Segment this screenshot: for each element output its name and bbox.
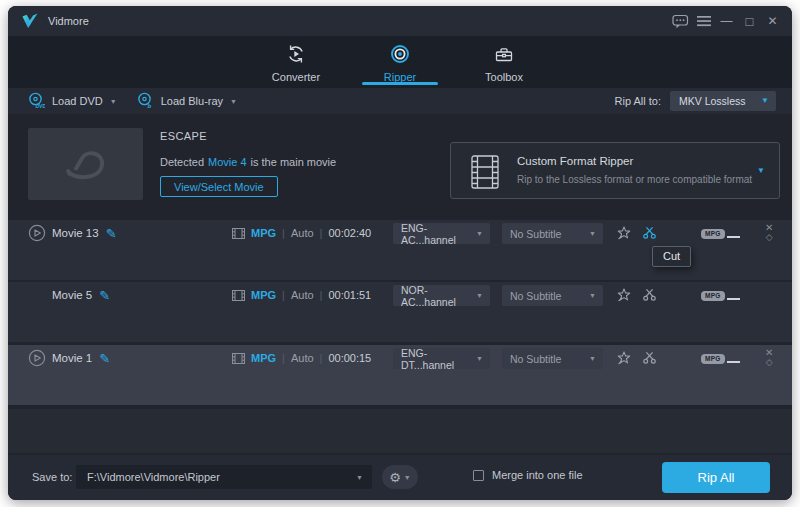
- load-bluray-label: Load Blu-ray: [161, 95, 223, 107]
- save-path-select[interactable]: F:\Vidmore\Vidmore\Ripper ▼: [76, 465, 372, 489]
- format-badge-line: [727, 298, 740, 300]
- chevron-down-icon[interactable]: ▼: [757, 167, 765, 175]
- active-tab-underline: [362, 82, 438, 85]
- chevron-down-icon: ▼: [356, 474, 363, 481]
- subtitle-select[interactable]: No Subtitle ▼: [502, 285, 603, 306]
- duration-value: 00:02:40: [328, 227, 371, 239]
- edit-effects-icon[interactable]: [616, 287, 632, 303]
- format-badge-text: MPG: [701, 354, 725, 364]
- media-info: MPG | Auto | 00:00:15: [232, 345, 371, 371]
- audio-track-select[interactable]: ENG-AC...hannel ▼: [393, 223, 490, 244]
- media-info: MPG | Auto | 00:01:51: [232, 282, 371, 308]
- film-icon: [232, 353, 245, 364]
- minimize-button[interactable]: —: [715, 6, 738, 36]
- cut-icon[interactable]: [642, 225, 657, 240]
- remove-row-button[interactable]: ✕ ◇: [765, 348, 773, 367]
- subtitle-value: No Subtitle: [510, 228, 561, 240]
- format-value: MPG: [251, 352, 276, 364]
- app-window: Vidmore — □ ✕: [8, 6, 792, 500]
- table-row: Movie 13 ✎ MPG | Auto | 00:02:40 ENG-AC.…: [8, 220, 792, 280]
- save-to-label: Save to:: [32, 471, 72, 483]
- film-icon: [232, 228, 245, 239]
- svg-text:b: b: [147, 103, 151, 109]
- tab-converter[interactable]: Converter: [257, 36, 335, 88]
- separator: |: [282, 352, 285, 364]
- rename-icon[interactable]: ✎: [99, 352, 110, 365]
- format-badge: MPG: [701, 291, 740, 301]
- load-bluray-button[interactable]: b Load Blu-ray ▼: [137, 92, 237, 111]
- media-info: MPG | Auto | 00:02:40: [232, 220, 371, 246]
- custom-format-subtitle: Rip to the Lossless format or more compa…: [517, 174, 752, 185]
- separator: |: [320, 352, 323, 364]
- separator: |: [282, 289, 285, 301]
- tab-converter-label: Converter: [272, 71, 320, 83]
- movie-list: Movie 13 ✎ MPG | Auto | 00:02:40 ENG-AC.…: [8, 214, 792, 455]
- audio-track-select[interactable]: ENG-DT...hannel ▼: [393, 348, 490, 369]
- footer-bar: Save to: F:\Vidmore\Vidmore\Ripper ▼ ⚙ ▼…: [8, 455, 792, 500]
- diamond-icon: ◇: [766, 358, 773, 367]
- merge-label: Merge into one file: [492, 469, 583, 481]
- rename-icon[interactable]: ✎: [106, 227, 117, 240]
- custom-format-ripper-panel[interactable]: Custom Format Ripper Rip to the Lossless…: [450, 142, 780, 199]
- output-settings-button[interactable]: ⚙ ▼: [382, 465, 418, 489]
- toolbox-icon: [494, 45, 514, 66]
- subtitle-select[interactable]: No Subtitle ▼: [502, 348, 603, 369]
- subtitle-select[interactable]: No Subtitle ▼: [502, 223, 603, 244]
- table-row: Movie 1 ✎ MPG | Auto | 00:00:15 ENG-DT..…: [8, 345, 792, 405]
- maximize-button[interactable]: □: [738, 6, 761, 36]
- feedback-icon[interactable]: [669, 6, 692, 36]
- view-select-movie-button[interactable]: View/Select Movie: [160, 176, 278, 197]
- film-icon: [232, 290, 245, 301]
- tab-toolbox[interactable]: Toolbox: [465, 36, 543, 88]
- rip-all-to-group: Rip All to: MKV Lossless ▼: [615, 91, 776, 111]
- remove-row-button[interactable]: ✕ ◇: [765, 223, 773, 242]
- table-row: Movie 5 ✎ MPG | Auto | 00:01:51 NOR-AC..…: [8, 282, 792, 342]
- movie-name: Movie 1: [52, 352, 92, 364]
- output-format-value: MKV Lossless: [679, 95, 746, 107]
- merge-checkbox[interactable]: [473, 470, 484, 481]
- window-controls: — □ ✕: [669, 6, 784, 36]
- merge-option: Merge into one file: [473, 469, 583, 481]
- bluray-disc-icon: b: [137, 92, 154, 111]
- table-row: [8, 409, 792, 453]
- menu-icon[interactable]: [692, 6, 715, 36]
- format-value: MPG: [251, 289, 276, 301]
- main-tab-bar: Converter Ripper: [8, 36, 792, 88]
- format-badge: MPG: [701, 229, 740, 239]
- converter-icon: [286, 44, 306, 66]
- format-badge-text: MPG: [701, 291, 725, 301]
- separator: |: [320, 289, 323, 301]
- subtitle-value: No Subtitle: [510, 290, 561, 302]
- toolbar: DVD Load DVD ▼ b Load Blu-ray ▼ Rip All …: [8, 88, 792, 114]
- detected-prefix: Detected: [160, 156, 204, 168]
- edit-effects-icon[interactable]: [616, 225, 632, 241]
- movie-name: Movie 5: [52, 289, 92, 301]
- play-button[interactable]: [28, 224, 46, 242]
- disc-title: ESCAPE: [160, 130, 207, 142]
- rename-icon[interactable]: ✎: [99, 289, 110, 302]
- cut-tooltip: Cut: [652, 246, 691, 267]
- bluray-logo-icon: [56, 140, 116, 188]
- chevron-down-icon: ▼: [404, 474, 411, 481]
- duration-value: 00:01:51: [328, 289, 371, 301]
- play-button[interactable]: [28, 349, 46, 367]
- load-dvd-button[interactable]: DVD Load DVD ▼: [28, 92, 117, 111]
- close-button[interactable]: ✕: [761, 6, 784, 36]
- audio-track-select[interactable]: NOR-AC...hannel ▼: [393, 285, 490, 306]
- edit-effects-icon[interactable]: [616, 350, 632, 366]
- quality-value: Auto: [291, 289, 314, 301]
- chevron-down-icon: ▼: [589, 292, 596, 299]
- output-format-select[interactable]: MKV Lossless ▼: [670, 91, 776, 111]
- detected-suffix: is the main movie: [251, 156, 337, 168]
- tab-ripper[interactable]: Ripper: [361, 36, 439, 88]
- chevron-down-icon: ▼: [761, 97, 769, 105]
- dvd-disc-icon: DVD: [28, 92, 45, 111]
- rip-all-button[interactable]: Rip All: [662, 462, 770, 493]
- custom-format-title: Custom Format Ripper: [517, 155, 633, 167]
- subtitle-value: No Subtitle: [510, 353, 561, 365]
- cut-icon[interactable]: [642, 287, 657, 302]
- tab-toolbox-label: Toolbox: [485, 71, 523, 83]
- cut-icon[interactable]: [642, 350, 657, 365]
- ripper-icon: [390, 44, 410, 66]
- detected-movie-link[interactable]: Movie 4: [208, 156, 247, 168]
